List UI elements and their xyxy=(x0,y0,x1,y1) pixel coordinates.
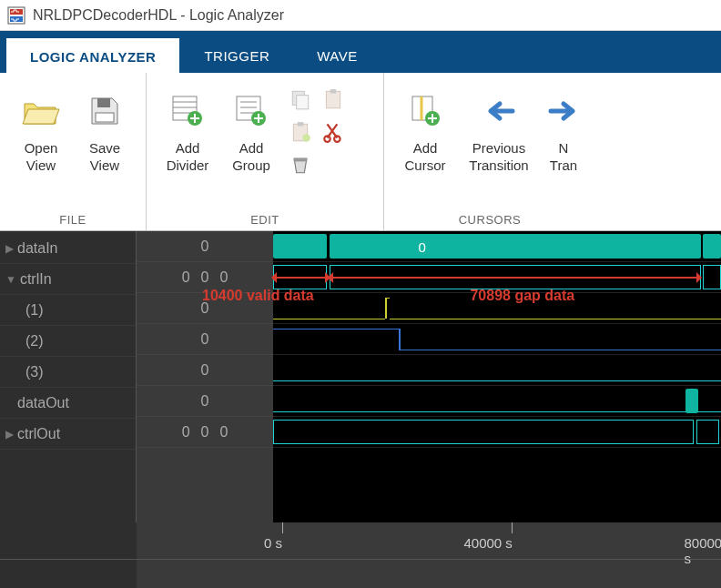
svg-point-22 xyxy=(324,136,330,142)
add-cursor-label: Add Cursor xyxy=(404,140,445,175)
previous-transition-button[interactable]: Previous Transition xyxy=(457,80,541,213)
value-dataIn: 0 xyxy=(137,231,273,262)
value-dataOut: 0 xyxy=(137,386,273,417)
value-ctrlIn: 000 xyxy=(137,262,273,293)
waveform-viewer[interactable]: ▶dataIn ▼ctrlIn (1) (2) (3) ▶dataOut ▶ct… xyxy=(0,231,721,522)
collapse-icon[interactable]: ▼ xyxy=(5,273,16,286)
svg-rect-18 xyxy=(330,89,337,93)
gap-span-arrow xyxy=(331,277,698,279)
add-cursor-icon xyxy=(405,84,445,138)
floppy-icon xyxy=(86,84,123,138)
app-icon xyxy=(7,6,25,25)
next-transition-label: N Tran xyxy=(550,140,577,175)
svg-rect-20 xyxy=(298,122,304,126)
svg-rect-3 xyxy=(97,98,110,107)
ribbon-tabs: LOGIC ANALYZER TRIGGER WAVE xyxy=(0,31,721,73)
value-ctrlIn-1: 0 xyxy=(137,293,273,324)
signal-ctrlIn-1[interactable]: (1) xyxy=(0,295,136,326)
save-view-button[interactable]: Save View xyxy=(73,80,137,213)
bus-value-label: 0 xyxy=(418,239,425,255)
paste-icon xyxy=(320,86,347,113)
waveform-canvas[interactable]: 0 xyxy=(273,231,721,522)
title-bar: NRLDPCDecoderHDL - Logic Analyzer xyxy=(0,0,721,31)
add-group-label: Add Group xyxy=(232,140,270,175)
tick-80000: 80000 s xyxy=(684,535,721,566)
signal-dataIn[interactable]: ▶dataIn xyxy=(0,233,136,264)
arrow-left-icon xyxy=(476,84,522,138)
svg-rect-24 xyxy=(293,157,307,160)
add-cursor-button[interactable]: Add Cursor xyxy=(393,80,457,213)
group-cursors: Add Cursor Previous Transition N Tran xyxy=(384,73,595,230)
group-file: Open View Save View FILE xyxy=(0,73,147,230)
tick-0: 0 s xyxy=(264,535,282,551)
signal-ctrlIn-2[interactable]: (2) xyxy=(0,326,136,357)
signal-ctrlIn[interactable]: ▼ctrlIn xyxy=(0,264,136,295)
folder-open-icon xyxy=(21,84,61,138)
add-group-icon xyxy=(231,84,271,138)
paste-options-icon xyxy=(287,118,314,146)
add-divider-label: Add Divider xyxy=(167,140,209,175)
save-view-label: Save View xyxy=(89,140,120,175)
signal-ctrlOut[interactable]: ▶ctrlOut xyxy=(0,419,136,450)
svg-point-21 xyxy=(302,134,310,142)
copy-icon xyxy=(287,86,314,113)
cursor-row[interactable] xyxy=(0,559,721,588)
signal-ctrlIn-3[interactable]: (3) xyxy=(0,357,136,388)
tab-trigger[interactable]: TRIGGER xyxy=(180,37,293,73)
group-edit-label: EDIT xyxy=(250,213,279,228)
add-divider-icon xyxy=(168,84,208,138)
valid-span-arrow xyxy=(275,277,327,279)
next-transition-button[interactable]: N Tran xyxy=(541,80,586,213)
expand-icon[interactable]: ▶ xyxy=(5,242,14,255)
signal-dataOut[interactable]: ▶dataOut xyxy=(0,388,136,419)
group-file-label: FILE xyxy=(59,213,86,228)
tick-40000: 40000 s xyxy=(463,535,512,551)
svg-rect-4 xyxy=(96,113,114,122)
delete-icon[interactable] xyxy=(287,151,314,178)
add-divider-button[interactable]: Add Divider xyxy=(156,80,219,213)
svg-rect-17 xyxy=(326,91,340,107)
previous-transition-label: Previous Transition xyxy=(469,140,528,175)
value-ctrlIn-2: 0 xyxy=(137,324,273,355)
group-edit: Add Divider Add Group xyxy=(147,73,384,230)
svg-point-23 xyxy=(334,136,340,142)
signal-value-column: 0 000 0 0 0 0 000 xyxy=(137,231,273,522)
cut-icon[interactable] xyxy=(320,118,347,146)
ribbon-toolbar: Open View Save View FILE xyxy=(0,73,721,231)
arrow-right-icon xyxy=(545,84,582,138)
window-title: NRLDPCDecoderHDL - Logic Analyzer xyxy=(33,7,284,24)
time-ruler[interactable]: 0 s 40000 s 80000 s xyxy=(0,522,721,559)
open-view-button[interactable]: Open View xyxy=(9,80,73,213)
value-ctrlIn-3: 0 xyxy=(137,355,273,386)
open-view-label: Open View xyxy=(25,140,58,175)
group-cursors-label: CURSORS xyxy=(459,213,522,228)
tab-wave[interactable]: WAVE xyxy=(293,37,381,73)
signal-name-column[interactable]: ▶dataIn ▼ctrlIn (1) (2) (3) ▶dataOut ▶ct… xyxy=(0,231,137,522)
add-group-button[interactable]: Add Group xyxy=(219,80,283,213)
svg-rect-16 xyxy=(297,96,309,109)
value-ctrlOut: 000 xyxy=(137,417,273,448)
expand-icon[interactable]: ▶ xyxy=(5,428,14,441)
tab-logic-analyzer[interactable]: LOGIC ANALYZER xyxy=(5,37,180,74)
